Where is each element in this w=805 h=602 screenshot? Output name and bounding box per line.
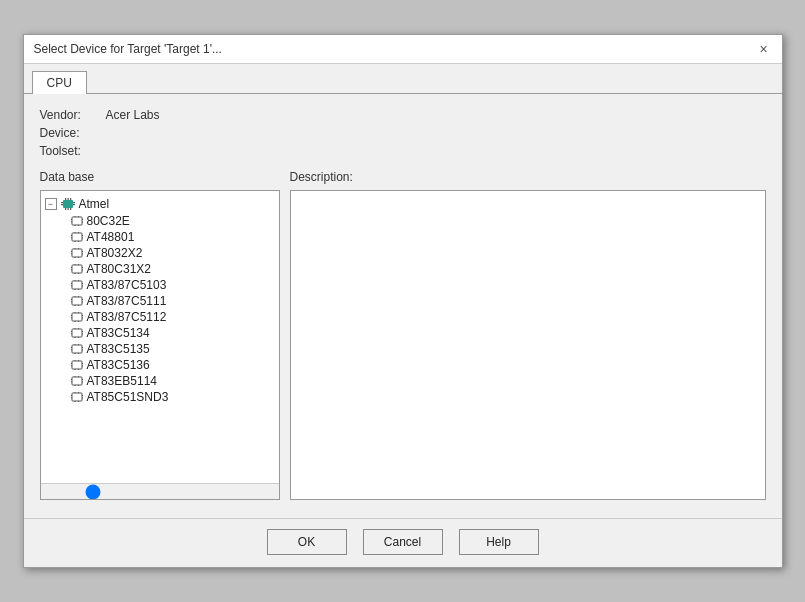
svg-rect-21 [71, 235, 72, 236]
vendor-row: Vendor: Acer Labs [40, 108, 766, 122]
svg-rect-6 [67, 198, 68, 200]
svg-rect-15 [82, 222, 83, 223]
svg-rect-114 [82, 398, 83, 399]
svg-rect-18 [74, 225, 75, 226]
ok-button[interactable]: OK [267, 529, 347, 555]
svg-rect-38 [72, 265, 82, 273]
svg-rect-9 [67, 208, 68, 210]
svg-rect-96 [82, 366, 83, 367]
svg-rect-76 [71, 334, 72, 335]
svg-rect-100 [78, 369, 79, 370]
svg-rect-13 [71, 222, 72, 223]
svg-rect-97 [74, 360, 75, 361]
svg-rect-29 [72, 249, 82, 257]
svg-rect-0 [63, 200, 73, 208]
svg-rect-58 [71, 302, 72, 303]
svg-rect-67 [71, 318, 72, 319]
svg-rect-71 [78, 312, 79, 313]
svg-rect-45 [74, 273, 75, 274]
panels-row: Data base − [40, 170, 766, 500]
svg-rect-54 [74, 289, 75, 290]
svg-rect-65 [72, 313, 82, 321]
svg-rect-20 [72, 233, 82, 241]
tree-item[interactable]: AT83C5135 [41, 341, 279, 357]
tree-item[interactable]: AT8032X2 [41, 245, 279, 261]
description-label: Description: [290, 170, 766, 184]
tree-item[interactable]: AT83/87C5111 [41, 293, 279, 309]
svg-rect-117 [74, 401, 75, 402]
svg-rect-33 [82, 254, 83, 255]
svg-rect-53 [78, 280, 79, 281]
svg-rect-8 [65, 208, 66, 210]
svg-rect-87 [82, 350, 83, 351]
svg-rect-109 [78, 385, 79, 386]
help-button[interactable]: Help [459, 529, 539, 555]
tree-panel[interactable]: − [40, 190, 280, 500]
svg-rect-3 [73, 202, 75, 203]
tree-root-label: Atmel [79, 197, 110, 211]
svg-rect-105 [82, 382, 83, 383]
tree-item[interactable]: AT83C5136 [41, 357, 279, 373]
tree-item[interactable]: AT83EB5114 [41, 373, 279, 389]
svg-rect-14 [82, 219, 83, 220]
item-chip-icon [71, 311, 83, 323]
svg-rect-112 [71, 398, 72, 399]
tree-item[interactable]: AT83C5134 [41, 325, 279, 341]
svg-rect-78 [82, 334, 83, 335]
svg-rect-19 [78, 225, 79, 226]
tree-item[interactable]: AT85C51SND3 [41, 389, 279, 405]
svg-rect-7 [70, 198, 71, 200]
tree-item[interactable]: AT48801 [41, 229, 279, 245]
tab-bar: CPU [24, 64, 782, 94]
atmel-chip-icon [61, 197, 75, 211]
svg-rect-72 [74, 321, 75, 322]
item-chip-icon [71, 327, 83, 339]
vendor-value: Acer Labs [106, 108, 160, 122]
tree-h-scrollbar[interactable] [41, 486, 279, 498]
svg-rect-60 [82, 302, 83, 303]
svg-rect-108 [74, 385, 75, 386]
svg-rect-79 [74, 328, 75, 329]
expand-icon[interactable]: − [45, 198, 57, 210]
tree-item[interactable]: 80C32E [41, 213, 279, 229]
item-chip-icon [71, 247, 83, 259]
svg-rect-25 [74, 232, 75, 233]
svg-rect-95 [82, 363, 83, 364]
svg-rect-92 [72, 361, 82, 369]
tree-root-atmel[interactable]: − [41, 195, 279, 213]
svg-rect-66 [71, 315, 72, 316]
toolset-row: Toolset: [40, 144, 766, 158]
database-label: Data base [40, 170, 280, 184]
svg-rect-118 [78, 401, 79, 402]
tree-inner[interactable]: − [41, 191, 279, 483]
svg-rect-73 [78, 321, 79, 322]
dialog: Select Device for Target 'Target 1'... ×… [23, 34, 783, 568]
svg-rect-85 [71, 350, 72, 351]
svg-rect-104 [82, 379, 83, 380]
svg-rect-75 [71, 331, 72, 332]
tree-items-container: 80C32E AT48801 AT8032X2 [41, 213, 279, 405]
svg-rect-93 [71, 363, 72, 364]
svg-rect-42 [82, 270, 83, 271]
tree-scroll-h[interactable] [41, 483, 279, 499]
description-section: Description: [290, 170, 766, 500]
svg-rect-47 [72, 281, 82, 289]
svg-rect-70 [74, 312, 75, 313]
tab-cpu[interactable]: CPU [32, 71, 87, 94]
svg-rect-50 [82, 283, 83, 284]
item-chip-icon [71, 263, 83, 275]
tree-item[interactable]: AT83/87C5103 [41, 277, 279, 293]
dialog-title: Select Device for Target 'Target 1'... [34, 42, 222, 56]
svg-rect-32 [82, 251, 83, 252]
svg-rect-36 [74, 257, 75, 258]
item-chip-icon [71, 231, 83, 243]
close-button[interactable]: × [756, 41, 772, 57]
tree-item[interactable]: AT83/87C5112 [41, 309, 279, 325]
dialog-footer: OK Cancel Help [24, 518, 782, 567]
svg-rect-28 [78, 241, 79, 242]
tree-item[interactable]: AT80C31X2 [41, 261, 279, 277]
svg-rect-80 [78, 328, 79, 329]
svg-rect-113 [82, 395, 83, 396]
cancel-button[interactable]: Cancel [363, 529, 443, 555]
svg-rect-23 [82, 235, 83, 236]
